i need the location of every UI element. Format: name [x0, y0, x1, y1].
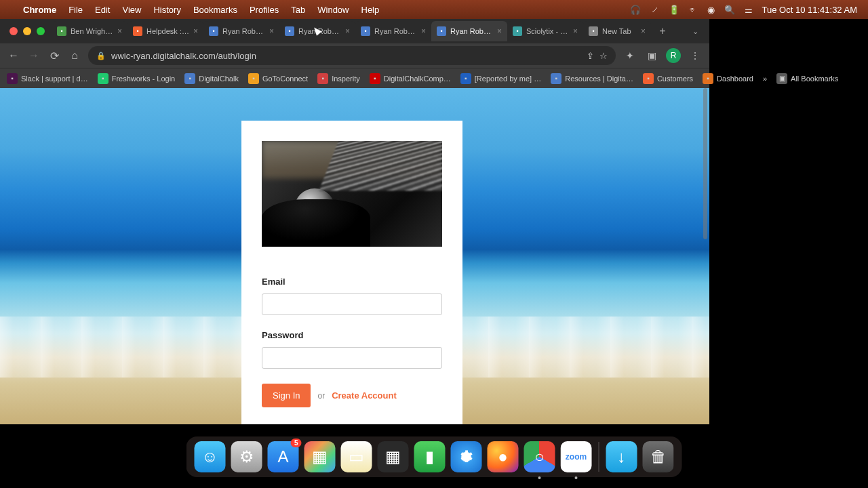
history-menu[interactable]: History — [153, 5, 180, 15]
browser-tab[interactable]: •Ryan Roberts× — [203, 21, 279, 41]
badge: 5 — [291, 439, 302, 447]
bookmark-item[interactable]: ▪Insperity — [317, 73, 360, 84]
panel-icon[interactable]: ▣ — [644, 50, 659, 61]
bookmark-item[interactable]: ▪Resources | Digita… — [551, 73, 633, 84]
bookmark-item[interactable]: ▪DigitalChalkComp… — [370, 73, 451, 84]
dock-safari[interactable]: ✱ — [451, 441, 482, 472]
bookmark-star-icon[interactable]: ☆ — [599, 51, 608, 61]
browser-tab[interactable]: •Helpdesk : Dig× — [127, 21, 203, 41]
bookmark-item[interactable]: ▪DigitalChalk — [184, 73, 239, 84]
control-center-icon[interactable]: ⚌ — [745, 5, 753, 15]
dock-notes[interactable]: ▭ — [341, 441, 372, 472]
browser-tab[interactable]: •Ryan Roberts× — [355, 21, 431, 41]
reload-button[interactable]: ⟳ — [47, 49, 61, 62]
dock-launchpad[interactable]: ▦ — [304, 441, 336, 472]
browser-tab[interactable]: •Ryan Roberts× — [279, 21, 355, 41]
tab-strip: •Ben Wright - c×•Helpdesk : Dig×•Ryan Ro… — [0, 19, 709, 43]
tab-close-icon[interactable]: × — [193, 26, 198, 36]
share-icon[interactable]: ⇪ — [587, 51, 594, 61]
folder-icon: ▣ — [776, 73, 787, 84]
close-window-button[interactable] — [9, 27, 18, 35]
scrollbar[interactable] — [703, 88, 708, 424]
headphones-icon[interactable]: 🎧 — [630, 5, 641, 15]
dock-firefox[interactable]: ● — [488, 441, 519, 472]
tab-title: New Tab — [602, 27, 637, 35]
tab-favicon: • — [285, 26, 294, 36]
bookmark-label: Dashboard — [717, 75, 753, 83]
tool-icon[interactable]: ⟋ — [650, 5, 659, 15]
bookmark-item[interactable]: ▪Freshworks - Login — [98, 73, 176, 84]
bookmark-label: GoToConnect — [262, 75, 308, 83]
profiles-menu[interactable]: Profiles — [250, 5, 279, 15]
bookmark-item[interactable]: ▪Dashboard — [703, 73, 753, 84]
scroll-thumb[interactable] — [703, 88, 707, 239]
tab-close-icon[interactable]: × — [497, 26, 502, 36]
window-menu[interactable]: Window — [317, 5, 349, 15]
dock-trash[interactable]: 🗑 — [643, 441, 674, 472]
dock-appstore[interactable]: A5 — [268, 441, 299, 472]
tab-close-icon[interactable]: × — [641, 26, 646, 36]
browser-tab[interactable]: •New Tab× — [583, 21, 651, 41]
bookmark-item[interactable]: ▪Slack | support | d… — [7, 73, 88, 84]
password-field[interactable] — [262, 347, 442, 369]
dock-numbers[interactable]: ▮ — [414, 441, 446, 472]
maximize-window-button[interactable] — [37, 27, 45, 35]
bookmarks-overflow[interactable]: » — [763, 75, 767, 83]
profile-avatar[interactable]: R — [666, 48, 681, 63]
forward-button[interactable]: → — [27, 49, 41, 62]
tab-close-icon[interactable]: × — [345, 26, 350, 36]
tab-favicon: • — [133, 26, 142, 36]
app-menu[interactable]: Chrome — [23, 5, 56, 15]
extensions-icon[interactable]: ✦ — [623, 50, 637, 61]
browser-tab[interactable]: •Ryan Roberts× — [431, 21, 507, 41]
clock[interactable]: Tue Oct 10 11:41:32 AM — [762, 5, 857, 15]
bookmark-label: Resources | Digita… — [565, 75, 633, 83]
url-text: wwic-ryan.digitalchalk.com/auth/login — [111, 51, 256, 61]
bookmarks-menu[interactable]: Bookmarks — [193, 5, 237, 15]
or-text: or — [317, 391, 325, 401]
tab-menu[interactable]: Tab — [291, 5, 305, 15]
tab-favicon: • — [57, 26, 66, 36]
bookmark-item[interactable]: ▪[Reported by me] … — [460, 73, 541, 84]
browser-tab[interactable]: •Ben Wright - c× — [52, 21, 127, 41]
edit-menu[interactable]: Edit — [95, 5, 110, 15]
tab-close-icon[interactable]: × — [421, 26, 426, 36]
tabs-dropdown[interactable]: ⌄ — [687, 27, 704, 36]
dock-zoom[interactable]: zoom — [561, 441, 592, 472]
dock-chrome[interactable]: ○ — [524, 441, 555, 472]
user-icon[interactable]: ◉ — [707, 5, 715, 15]
tab-title: Ryan Roberts — [450, 27, 493, 35]
bookmark-item[interactable]: ▪GoToConnect — [248, 73, 308, 84]
back-button[interactable]: ← — [7, 49, 20, 62]
email-label: Email — [262, 277, 442, 287]
macos-menubar: Chrome File Edit View History Bookmarks … — [0, 0, 868, 19]
address-bar[interactable]: 🔒 wwic-ryan.digitalchalk.com/auth/login … — [88, 46, 616, 65]
dock-finder[interactable]: ☺ — [195, 441, 226, 472]
home-button[interactable]: ⌂ — [68, 49, 81, 62]
signin-button[interactable]: Sign In — [262, 384, 311, 407]
all-bookmarks[interactable]: ▣ All Bookmarks — [776, 73, 838, 84]
chrome-menu-icon[interactable]: ⋮ — [688, 50, 703, 61]
browser-tab[interactable]: •Sciolytix - Cal× — [507, 21, 583, 41]
tab-title: Helpdesk : Dig — [146, 27, 189, 35]
bookmark-favicon: ▪ — [370, 73, 380, 84]
dock-downloads[interactable]: ↓ — [606, 441, 637, 472]
new-tab-button[interactable]: + — [654, 22, 671, 40]
view-menu[interactable]: View — [122, 5, 141, 15]
minimize-window-button[interactable] — [23, 27, 31, 35]
tab-close-icon[interactable]: × — [117, 26, 122, 36]
spotlight-icon[interactable]: 🔍 — [724, 5, 735, 15]
tab-title: Sciolytix - Cal — [526, 27, 569, 35]
dock-settings[interactable]: ⚙ — [231, 441, 262, 472]
file-menu[interactable]: File — [68, 5, 83, 15]
bookmark-item[interactable]: ▪Customers — [643, 73, 693, 84]
email-field[interactable] — [262, 293, 442, 315]
tab-close-icon[interactable]: × — [573, 26, 578, 36]
tab-close-icon[interactable]: × — [269, 26, 274, 36]
create-account-link[interactable]: Create Account — [332, 390, 397, 401]
wifi-icon[interactable]: ᯤ — [689, 5, 698, 15]
help-menu[interactable]: Help — [361, 5, 380, 15]
all-bookmarks-label: All Bookmarks — [791, 75, 838, 83]
dock-calculator[interactable]: ▦ — [378, 441, 409, 472]
battery-icon[interactable]: 🔋 — [669, 5, 679, 15]
